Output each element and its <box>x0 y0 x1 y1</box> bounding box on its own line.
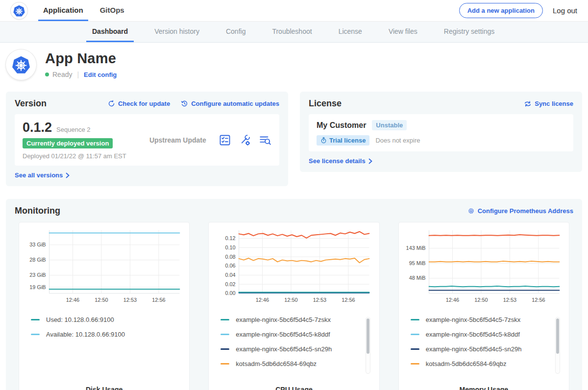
monitoring-section: Monitoring Configure Prometheus Address … <box>6 199 582 390</box>
add-application-button[interactable]: Add a new application <box>459 3 543 18</box>
configure-automatic-updates-label: Configure automatic updates <box>191 100 279 107</box>
configure-prometheus-link[interactable]: Configure Prometheus Address <box>467 207 573 215</box>
license-type-badge: Trial license <box>317 135 369 146</box>
disk-usage-plot[interactable]: 33 GiB28 GiB23 GiB19 GiB12:4612:5012:531… <box>24 226 184 311</box>
legend-item: example-nginx-5bc6f5d4c5-sn29h <box>220 345 374 353</box>
version-number: 0.1.2 <box>23 120 52 135</box>
subnav-tab-license[interactable]: License <box>333 22 368 42</box>
view-yaml-files-button[interactable] <box>259 134 271 146</box>
legend-color-dash <box>411 334 419 335</box>
memory-usage-legend: example-nginx-5bc6f5d4c5-7zskxexample-ng… <box>404 316 564 379</box>
legend-label: example-nginx-5bc6f5d4c5-7zskx <box>426 316 521 323</box>
legend-label: example-nginx-5bc6f5d4c5-k8ddf <box>236 331 330 338</box>
checklist-icon <box>219 134 231 146</box>
x-axis-tick-label: 12:46 <box>445 297 459 303</box>
preflight-checks-button[interactable] <box>219 134 231 146</box>
legend-color-dash <box>220 334 229 335</box>
subnav-tab-view-files[interactable]: View files <box>383 22 423 42</box>
disk-usage-legend: Used: 10.128.0.66:9100Available: 10.128.… <box>24 316 184 379</box>
see-all-versions-link[interactable]: See all versions <box>15 171 70 179</box>
cpu-usage-plot[interactable]: 0.120.100.080.060.040.020.0012:4612:5012… <box>214 226 374 311</box>
brand[interactable] <box>11 0 27 21</box>
topnav-tabs: Application GitOps <box>38 0 136 21</box>
y-axis-tick-label: 143 MiB <box>406 245 425 251</box>
monitoring-title: Monitoring <box>15 206 60 216</box>
subnav-tab-registry-settings[interactable]: Registry settings <box>438 22 500 42</box>
file-search-icon <box>259 134 271 146</box>
y-axis-tick-label: 0.10 <box>225 244 236 250</box>
gear-icon <box>467 207 475 215</box>
legend-label: example-nginx-5bc6f5d4c5-sn29h <box>426 345 522 353</box>
y-axis-tick-label: 0.12 <box>225 235 236 241</box>
subnav-tab-dashboard[interactable]: Dashboard <box>86 22 134 42</box>
subnav-tab-config[interactable]: Config <box>220 22 251 42</box>
legend-item: Available: 10.128.0.66:9100 <box>31 331 184 338</box>
cpu-usage-chart-card: 0.120.100.080.060.040.020.0012:4612:5012… <box>208 222 379 390</box>
disk-usage-chart-card: 33 GiB28 GiB23 GiB19 GiB12:4612:5012:531… <box>19 222 190 390</box>
series-line <box>239 232 369 238</box>
top-navbar: Application GitOps Add a new application… <box>0 0 588 22</box>
app-subnav: Dashboard Version history Config Trouble… <box>0 22 588 43</box>
x-axis-tick-label: 12:50 <box>285 297 298 303</box>
app-header: App Name Ready | Edit config <box>0 43 588 89</box>
legend-color-dash <box>31 319 40 320</box>
legend-color-dash <box>31 334 40 335</box>
memory-usage-plot[interactable]: 143 MiB95 MiB48 MiB12:4612:5012:5312:56 <box>404 226 564 311</box>
legend-label: kotsadm-5db6dc6584-69qbz <box>426 360 507 367</box>
subnav-tab-troubleshoot[interactable]: Troubleshoot <box>266 22 318 42</box>
y-axis-tick-label: 48 MiB <box>409 275 425 281</box>
edit-config-link[interactable]: Edit config <box>84 71 117 78</box>
tab-gitops-label: GitOps <box>100 6 124 14</box>
sync-license-link[interactable]: Sync license <box>524 100 573 107</box>
stopwatch-icon <box>320 137 327 144</box>
channel-badge: Unstable <box>372 120 407 130</box>
legend-color-dash <box>220 348 229 350</box>
y-axis-tick-label: 0.02 <box>225 281 236 287</box>
view-config-button[interactable] <box>239 134 251 146</box>
configure-automatic-updates-link[interactable]: Configure automatic updates <box>181 100 279 107</box>
logout-button[interactable]: Log out <box>553 6 577 15</box>
series-line <box>429 235 559 236</box>
y-axis-tick-label: 0.06 <box>225 263 236 268</box>
legend-item: example-nginx-5bc6f5d4c5-k8ddf <box>220 331 374 338</box>
tab-application[interactable]: Application <box>38 0 88 21</box>
legend-label: example-nginx-5bc6f5d4c5-k8ddf <box>426 331 520 338</box>
legend-item: kotsadm-5db6dc6584-69qbz <box>411 360 564 367</box>
x-axis-tick-label: 12:46 <box>66 297 79 303</box>
x-axis-tick-label: 12:53 <box>313 297 326 303</box>
legend-item: example-nginx-5bc6f5d4c5-sn29h <box>411 345 564 353</box>
legend-item: example-nginx-5bc6f5d4c5-7zskx <box>411 316 564 323</box>
legend-color-dash <box>220 319 229 320</box>
configure-prometheus-label: Configure Prometheus Address <box>478 207 573 215</box>
update-type-label: Upstream Update <box>137 136 219 144</box>
x-axis-tick-label: 12:56 <box>342 297 355 303</box>
check-for-update-label: Check for update <box>118 100 170 107</box>
status-dot-icon <box>45 73 49 76</box>
cpu-usage-legend: example-nginx-5bc6f5d4c5-7zskxexample-ng… <box>214 316 374 379</box>
clock-refresh-icon <box>181 100 188 107</box>
chart-title-memory-usage: Memory Usage <box>404 386 564 390</box>
legend-scrollbar-thumb[interactable] <box>367 318 369 354</box>
customer-name: My Customer <box>317 121 366 130</box>
legend-label: Available: 10.128.0.66:9100 <box>46 331 125 338</box>
y-axis-tick-label: 0.08 <box>225 254 236 260</box>
see-license-details-label: See license details <box>309 157 366 165</box>
legend-item: example-nginx-5bc6f5d4c5-k8ddf <box>411 331 564 338</box>
series-line <box>429 286 559 287</box>
tab-application-label: Application <box>43 6 83 14</box>
legend-scrollbar-thumb[interactable] <box>556 318 559 354</box>
x-axis-tick-label: 12:56 <box>532 297 545 303</box>
legend-label: example-nginx-5bc6f5d4c5-sn29h <box>236 345 332 353</box>
legend-scrollbar-track <box>366 317 370 374</box>
refresh-icon <box>108 100 115 107</box>
tab-gitops[interactable]: GitOps <box>95 0 129 21</box>
sync-icon <box>524 100 532 107</box>
see-license-details-link[interactable]: See license details <box>309 157 372 165</box>
legend-item: example-nginx-5bc6f5d4c5-7zskx <box>220 316 374 323</box>
chart-title-disk-usage: Disk Usage <box>24 386 184 390</box>
y-axis-tick-label: 0.04 <box>225 272 236 278</box>
sync-license-label: Sync license <box>535 100 573 107</box>
wrench-gear-icon <box>239 134 251 146</box>
subnav-tab-version-history[interactable]: Version history <box>148 22 205 42</box>
check-for-update-link[interactable]: Check for update <box>108 100 170 107</box>
